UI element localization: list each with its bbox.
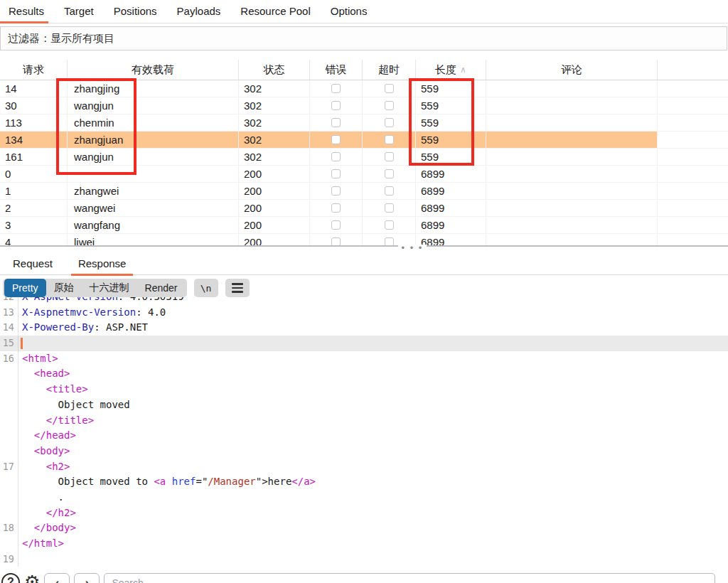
code-line: <head> bbox=[0, 366, 728, 382]
editor-toolbar: Pretty原始十六进制Render \n bbox=[3, 279, 250, 297]
checkbox-icon[interactable] bbox=[385, 118, 394, 127]
table-row[interactable]: 1zhangwei2006899 bbox=[0, 183, 728, 200]
checkbox-icon[interactable] bbox=[385, 237, 394, 245]
gear-icon[interactable]: ⚙ bbox=[24, 572, 40, 583]
tab-positions[interactable]: Positions bbox=[104, 0, 167, 23]
checkbox-icon[interactable] bbox=[385, 186, 394, 196]
cell-filler bbox=[658, 217, 728, 233]
view-mode-render[interactable]: Render bbox=[137, 279, 186, 297]
table-row[interactable]: 161wangjun302559 bbox=[0, 149, 728, 166]
table-row[interactable]: 3wangfang2006899 bbox=[0, 217, 728, 234]
checkbox-icon[interactable] bbox=[331, 118, 341, 127]
cell-filler bbox=[658, 80, 728, 97]
cell-filler bbox=[658, 200, 728, 216]
cell-status: 302 bbox=[239, 132, 310, 148]
response-code-viewer[interactable]: 12X-AspNet-Version: 4.0.3031913X-Aspnetm… bbox=[0, 297, 728, 571]
tab-request[interactable]: Request bbox=[0, 254, 65, 275]
cell-comment bbox=[486, 114, 658, 131]
cell-length: 6899 bbox=[416, 183, 486, 199]
cell-status: 200 bbox=[239, 166, 310, 182]
tab-target[interactable]: Target bbox=[54, 0, 104, 23]
cell-timeout-checkbox bbox=[363, 166, 416, 182]
code-line-content: X-Aspnetmvc-Version: 4.0 bbox=[18, 305, 166, 321]
cell-length: 559 bbox=[416, 149, 486, 165]
code-line: <body> bbox=[0, 444, 728, 459]
table-row[interactable]: 30wangjun302559 bbox=[0, 97, 728, 114]
column-header-超时[interactable]: 超时 bbox=[363, 60, 416, 80]
panel-splitter[interactable] bbox=[0, 245, 728, 247]
cell-comment bbox=[486, 80, 658, 97]
cell-request: 113 bbox=[0, 114, 68, 131]
tab-response[interactable]: Response bbox=[65, 254, 139, 275]
checkbox-icon[interactable] bbox=[385, 220, 394, 230]
table-row[interactable]: 14zhangjing302559 bbox=[0, 80, 728, 97]
column-header-长度[interactable]: 长度∧ bbox=[416, 60, 486, 80]
search-input[interactable] bbox=[104, 573, 715, 583]
column-header-评论[interactable]: 评论 bbox=[486, 60, 658, 80]
line-number: 17 bbox=[0, 459, 18, 475]
cell-error-checkbox bbox=[310, 234, 363, 245]
checkbox-icon[interactable] bbox=[331, 84, 341, 93]
cell-length: 6899 bbox=[416, 234, 486, 245]
cell-error-checkbox bbox=[310, 200, 363, 216]
editor-menu-button[interactable] bbox=[225, 279, 250, 297]
cell-error-checkbox bbox=[310, 114, 363, 131]
code-line: </h2> bbox=[0, 506, 728, 521]
checkbox-icon[interactable] bbox=[331, 101, 341, 110]
code-line: 13X-Aspnetmvc-Version: 4.0 bbox=[0, 305, 728, 321]
checkbox-icon[interactable] bbox=[385, 135, 394, 144]
cell-request: 4 bbox=[0, 234, 68, 245]
cell-request: 0 bbox=[0, 166, 68, 182]
table-row[interactable]: 02006899 bbox=[0, 166, 728, 183]
line-number: 18 bbox=[0, 520, 18, 536]
tab-payloads[interactable]: Payloads bbox=[167, 0, 231, 23]
column-header-错误[interactable]: 错误 bbox=[310, 60, 363, 80]
view-mode-十六进制[interactable]: 十六进制 bbox=[82, 279, 137, 297]
tab-options[interactable]: Options bbox=[321, 0, 378, 23]
view-mode-原始[interactable]: 原始 bbox=[46, 279, 82, 297]
cell-request: 134 bbox=[0, 132, 68, 148]
checkbox-icon[interactable] bbox=[385, 169, 394, 178]
filter-bar[interactable]: 过滤器：显示所有项目 bbox=[0, 26, 727, 50]
code-line-content: </title> bbox=[18, 413, 94, 429]
search-prev-button[interactable]: ‹ bbox=[44, 573, 70, 583]
column-header-请求[interactable]: 请求 bbox=[0, 60, 68, 80]
checkbox-icon[interactable] bbox=[385, 101, 394, 110]
table-row[interactable]: 4liwei2006899 bbox=[0, 234, 728, 245]
table-row[interactable]: 134zhangjuan302559 bbox=[0, 132, 728, 149]
table-row[interactable]: 113chenmin302559 bbox=[0, 114, 728, 132]
text-cursor bbox=[21, 338, 23, 350]
search-next-button[interactable]: › bbox=[74, 573, 100, 583]
editor-tab-bar: RequestResponse bbox=[0, 254, 728, 275]
table-row[interactable]: 2wangwei2006899 bbox=[0, 200, 728, 217]
checkbox-icon[interactable] bbox=[385, 152, 394, 161]
checkbox-icon[interactable] bbox=[331, 135, 341, 144]
code-line: Object moved to <a href="/Manager">here<… bbox=[0, 474, 728, 490]
cell-timeout-checkbox bbox=[363, 114, 416, 131]
checkbox-icon[interactable] bbox=[331, 203, 341, 213]
newline-toggle-button[interactable]: \n bbox=[194, 279, 218, 297]
cell-timeout-checkbox bbox=[363, 97, 416, 114]
cell-status: 302 bbox=[239, 114, 310, 131]
line-number bbox=[0, 382, 18, 397]
help-icon[interactable]: ? bbox=[1, 573, 20, 583]
tab-results[interactable]: Results bbox=[0, 0, 54, 23]
checkbox-icon[interactable] bbox=[331, 169, 341, 178]
cell-filler bbox=[658, 149, 728, 165]
column-header-有效载荷[interactable]: 有效载荷 bbox=[68, 60, 239, 80]
column-header-状态[interactable]: 状态 bbox=[239, 60, 310, 80]
cell-filler bbox=[658, 97, 728, 114]
view-mode-pretty[interactable]: Pretty bbox=[4, 279, 46, 297]
line-number bbox=[0, 536, 18, 552]
splitter-handle-icon[interactable]: • • • bbox=[398, 245, 427, 252]
checkbox-icon[interactable] bbox=[331, 220, 341, 230]
code-line: Object moved bbox=[0, 397, 728, 413]
checkbox-icon[interactable] bbox=[331, 186, 341, 196]
checkbox-icon[interactable] bbox=[385, 203, 394, 213]
checkbox-icon[interactable] bbox=[331, 237, 341, 245]
checkbox-icon[interactable] bbox=[331, 152, 341, 161]
cell-status: 302 bbox=[239, 80, 310, 97]
column-label: 有效载荷 bbox=[132, 63, 174, 77]
checkbox-icon[interactable] bbox=[385, 84, 394, 93]
tab-resource-pool[interactable]: Resource Pool bbox=[230, 0, 320, 23]
